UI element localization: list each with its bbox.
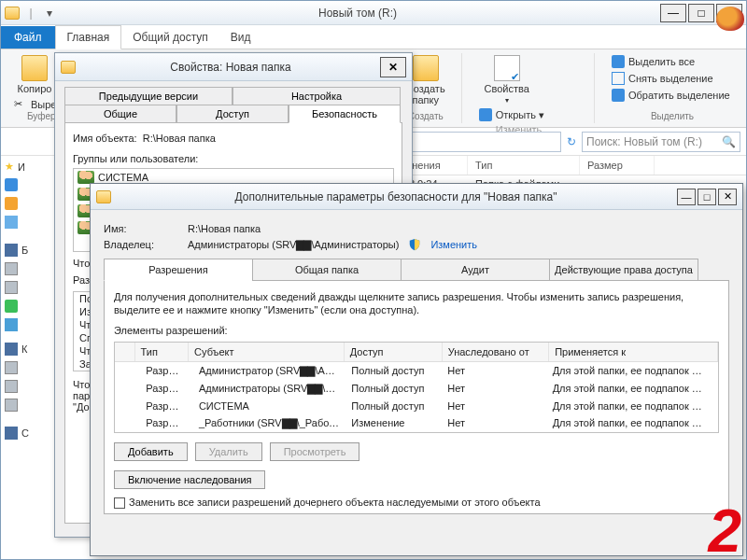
adv-titlebar: Дополнительные параметры безопасности дл… — [91, 184, 742, 210]
sidebar-network[interactable]: С — [3, 424, 42, 442]
select-all-button[interactable]: Выделить все — [612, 55, 733, 68]
col-type[interactable]: Тип — [468, 156, 580, 175]
adv-tab-permissions[interactable]: Разрешения — [104, 259, 253, 281]
ace-row[interactable]: Разр…СИСТЕМАПолный доступНетДля этой пап… — [115, 398, 718, 414]
brand-logo-icon — [716, 7, 744, 31]
object-name-label: Имя объекта: — [73, 133, 137, 144]
qat-dropdown-icon[interactable]: ▾ — [42, 6, 57, 21]
tab-sharing[interactable]: Доступ — [176, 105, 289, 123]
sidebar-item[interactable] — [3, 175, 42, 194]
change-owner-link[interactable]: Изменить — [430, 239, 477, 250]
advanced-security-dialog: Дополнительные параметры безопасности дл… — [90, 183, 743, 556]
adv-maximize-button[interactable]: □ — [698, 189, 716, 205]
window-title: Новый том (R:) — [57, 7, 658, 20]
sidebar-drive[interactable] — [3, 377, 42, 396]
tab-view[interactable]: Вид — [219, 26, 262, 49]
sidebar-item[interactable] — [3, 213, 42, 231]
checkbox-icon[interactable] — [114, 497, 125, 509]
groups-label: Группы или пользователи: — [73, 153, 394, 164]
ace-row[interactable]: Разр…_Работники (SRV▇▇\_Работ…ИзменениеН… — [115, 414, 718, 432]
sidebar-favorites[interactable]: ★И — [3, 158, 42, 175]
maximize-button[interactable]: □ — [688, 4, 714, 22]
drive-icon — [5, 399, 18, 412]
minimize-button[interactable]: — — [660, 4, 686, 22]
ace-table: Тип Субъект Доступ Унаследовано от Приме… — [114, 342, 719, 433]
ace-header: Тип Субъект Доступ Унаследовано от Приме… — [115, 343, 718, 362]
select-all-icon — [612, 55, 625, 68]
adv-tab-audit[interactable]: Аудит — [401, 259, 550, 281]
ace-elements-label: Элементы разрешений: — [114, 325, 719, 336]
open-icon — [479, 108, 492, 121]
sidebar-drive[interactable] — [3, 358, 42, 377]
ace-col-access[interactable]: Доступ — [345, 343, 443, 361]
search-box[interactable]: Поиск: Новый том (R:) 🔍 — [582, 132, 740, 152]
new-folder-icon — [413, 55, 439, 81]
adv-tab-effective[interactable]: Действующие права доступа — [549, 259, 698, 281]
replace-check-label: Заменить все записи разрешений дочернего… — [129, 497, 541, 508]
properties-button[interactable]: ✔ Свойства ▾ — [479, 55, 535, 105]
ace-col-type[interactable]: Тип — [135, 343, 190, 361]
sidebar-drive[interactable] — [3, 259, 42, 278]
name-label: Имя: — [104, 223, 178, 234]
ace-row[interactable]: Разр…Администраторы (SRV▇▇\А…Полный дост… — [115, 380, 718, 398]
tab-home[interactable]: Главная — [55, 25, 122, 49]
sidebar-drive[interactable] — [3, 396, 42, 414]
adv-minimize-button[interactable]: — — [677, 189, 696, 205]
tab-customize[interactable]: Настройка — [233, 87, 401, 105]
sidebar-computer[interactable]: К — [3, 340, 42, 358]
tab-previous-versions[interactable]: Предыдущие версии — [64, 87, 233, 105]
select-none-button[interactable]: Снять выделение — [612, 72, 733, 85]
folder-icon — [96, 190, 111, 203]
ace-col-inherited[interactable]: Унаследовано от — [443, 343, 549, 361]
create-group-label: Создать — [408, 111, 444, 121]
properties-icon: ✔ — [494, 55, 520, 81]
adv-close-button[interactable]: ✕ — [718, 189, 737, 205]
folder-icon — [61, 61, 76, 74]
copy-button[interactable]: Копиро — [14, 55, 55, 94]
props-close-button[interactable]: ✕ — [380, 57, 406, 77]
drive-icon — [5, 262, 18, 275]
invert-selection-button[interactable]: Обратить выделение — [612, 89, 733, 102]
adv-tab-share[interactable]: Общая папка — [252, 259, 402, 281]
tab-share[interactable]: Общий доступ — [121, 26, 219, 49]
qat-sep: | — [23, 6, 38, 21]
ribbon-group-open: ✔ Свойства ▾ Открыть ▾ Изменить Открыть — [472, 53, 595, 123]
add-button[interactable]: Добавить — [114, 442, 188, 461]
adv-body: Имя: R:\Новая папка Владелец: Администра… — [91, 210, 742, 524]
remove-button[interactable]: Удалить — [195, 442, 262, 461]
sidebar-pictures[interactable] — [3, 297, 42, 315]
replace-checkbox-row[interactable]: Заменить все записи разрешений дочернего… — [114, 497, 719, 509]
drive-icon — [5, 380, 18, 393]
file-tab[interactable]: Файл — [1, 26, 55, 49]
invert-icon — [612, 89, 625, 102]
dropdown-icon: ▾ — [505, 96, 509, 105]
col-size[interactable]: Размер — [580, 156, 655, 175]
music-icon — [5, 318, 18, 331]
owner-label: Владелец: — [104, 239, 178, 250]
name-value: R:\Новая папка — [188, 223, 261, 234]
props-title: Свойства: Новая папка — [81, 61, 380, 74]
enable-inheritance-button[interactable]: Включение наследования — [114, 470, 265, 489]
recent-icon — [5, 197, 18, 210]
nav-sidebar: ★И Б К С — [3, 158, 42, 531]
folder-icon — [5, 6, 20, 21]
copy-icon — [21, 55, 48, 81]
view-button[interactable]: Просмотреть — [270, 442, 360, 461]
ace-col-subject[interactable]: Субъект — [189, 343, 345, 361]
refresh-icon[interactable]: ↻ — [567, 135, 576, 148]
sidebar-thispc[interactable]: Б — [3, 241, 42, 259]
ace-button-row: Добавить Удалить Просмотреть — [114, 442, 719, 461]
ribbon-tabstrip: Файл Главная Общий доступ Вид — [1, 25, 746, 49]
tab-general[interactable]: Общие — [64, 105, 176, 123]
pictures-icon — [5, 300, 18, 313]
sidebar-item[interactable] — [3, 194, 42, 213]
drive-icon — [5, 361, 18, 374]
ace-col-applies[interactable]: Применяется к — [549, 343, 718, 361]
ace-row[interactable]: Разр…Администратор (SRV▇▇\Адмі…Полный до… — [115, 362, 718, 380]
sidebar-music[interactable] — [3, 315, 42, 334]
tab-security[interactable]: Безопасность — [289, 105, 401, 123]
sidebar-drive[interactable] — [3, 278, 42, 297]
computer-icon — [5, 343, 18, 356]
drive-icon — [5, 281, 18, 294]
open-button[interactable]: Открыть ▾ — [479, 108, 563, 121]
